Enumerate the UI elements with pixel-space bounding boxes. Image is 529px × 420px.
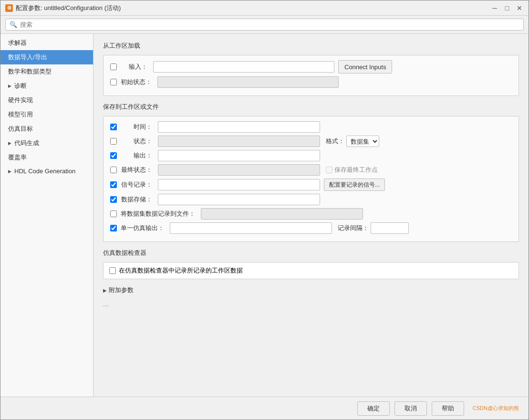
- sidebar-item-diagnostics[interactable]: 诊断: [0, 79, 93, 93]
- initial-state-label: 初始状态：: [121, 78, 154, 86]
- time-checkbox[interactable]: [110, 124, 117, 130]
- sim-inspector-checkbox-label: 在仿真数据检查器中记录所记录的工作区数据: [119, 266, 243, 275]
- sidebar-label-model-ref: 模型引用: [8, 110, 33, 119]
- minimize-button[interactable]: ─: [490, 4, 499, 12]
- sidebar-label-sim-target: 仿真目标: [8, 125, 33, 133]
- save-final-label: 保存最终工作点: [334, 166, 378, 174]
- interval-field[interactable]: [-inf, inf]: [371, 222, 409, 234]
- state-label: 状态：: [121, 137, 154, 146]
- close-button[interactable]: ✕: [515, 4, 524, 12]
- confirm-button[interactable]: 确定: [357, 401, 390, 416]
- window-title: 配置参数: untitled/Configuration (活动): [16, 4, 121, 12]
- search-input[interactable]: [20, 21, 519, 28]
- output-row: 输出： yout: [110, 150, 512, 161]
- time-field[interactable]: tout: [158, 121, 320, 133]
- time-row: 时间： tout: [110, 121, 512, 133]
- titlebar-controls: ─ □ ✕: [490, 4, 524, 12]
- format-label: 格式：: [326, 137, 344, 146]
- sidebar-label-code-gen: 代码生成: [14, 139, 39, 147]
- save-final-checkbox[interactable]: [326, 167, 332, 173]
- signal-log-label: 信号记录：: [121, 180, 154, 189]
- connect-inputs-button[interactable]: Connect Inputs: [338, 60, 392, 74]
- output-label: 输出：: [121, 151, 154, 160]
- sidebar-label-data-import-export: 数据导入/导出: [8, 53, 47, 62]
- sidebar-item-model-ref[interactable]: 模型引用: [0, 107, 93, 122]
- sim-inspector-box: 在仿真数据检查器中记录所记录的工作区数据: [103, 262, 519, 279]
- initial-state-field[interactable]: xInitial: [157, 76, 339, 88]
- sidebar: 求解器 数据导入/导出 数学和数据类型 诊断 硬件实现 模型引用 仿真目标 代码…: [0, 34, 93, 397]
- state-field[interactable]: xout: [158, 136, 320, 147]
- sidebar-item-coverage[interactable]: 覆盖率: [0, 150, 93, 165]
- sidebar-label-hardware: 硬件实现: [8, 96, 33, 105]
- dots-placeholder: ...: [103, 300, 519, 308]
- search-input-wrap: 🔍: [5, 19, 524, 31]
- sidebar-label-hdl-code-gen: HDL Code Generation: [14, 168, 75, 175]
- extra-params[interactable]: ▶ 附加参数: [103, 286, 519, 294]
- data-store-label: 数据存储：: [121, 195, 154, 204]
- state-checkbox[interactable]: [110, 138, 117, 145]
- input-row: 输入： [t, u] Connect Inputs: [110, 60, 512, 74]
- single-sim-field[interactable]: out: [170, 222, 332, 234]
- extra-params-label: 附加参数: [109, 286, 134, 294]
- output-checkbox[interactable]: [110, 152, 117, 159]
- initial-state-row: 初始状态： xInitial: [110, 76, 512, 88]
- signal-log-checkbox[interactable]: [110, 181, 117, 188]
- data-store-checkbox[interactable]: [110, 196, 117, 203]
- sidebar-item-solver[interactable]: 求解器: [0, 36, 93, 50]
- configure-signals-button[interactable]: 配置要记录的信号...: [324, 178, 385, 191]
- input-checkbox[interactable]: [110, 63, 117, 70]
- input-label: 输入：: [121, 63, 149, 71]
- cancel-button[interactable]: 取消: [394, 401, 427, 416]
- log-dataset-checkbox[interactable]: [110, 210, 117, 217]
- log-dataset-field[interactable]: out.mat: [201, 208, 363, 220]
- save-final-wrap: 保存最终工作点: [326, 166, 378, 174]
- input-field[interactable]: [t, u]: [153, 61, 334, 73]
- search-icon: 🔍: [10, 21, 17, 28]
- final-state-field[interactable]: xFinal: [158, 164, 320, 176]
- save-section-title: 保存到工作区或文件: [103, 103, 519, 111]
- sidebar-label-math-data-types: 数学和数据类型: [8, 67, 52, 76]
- state-row: 状态： xout 格式： 数据集: [110, 136, 512, 147]
- single-sim-label: 单一仿真输出：: [121, 224, 166, 232]
- format-select[interactable]: 数据集: [346, 136, 379, 147]
- sim-inspector-checkbox[interactable]: [109, 267, 116, 274]
- signal-log-field[interactable]: logsout: [158, 179, 320, 190]
- initial-state-checkbox[interactable]: [110, 79, 117, 85]
- load-section-title: 从工作区加载: [103, 42, 519, 50]
- sim-inspector-title: 仿真数据检查器: [103, 249, 519, 257]
- sidebar-item-hardware[interactable]: 硬件实现: [0, 93, 93, 107]
- maximize-button[interactable]: □: [503, 4, 511, 12]
- load-section-box: 输入： [t, u] Connect Inputs 初始状态： xInitial: [103, 55, 519, 96]
- sidebar-label-diagnostics: 诊断: [14, 82, 27, 90]
- bottom-bar: 确定 取消 帮助 CSDN虚心求知的熊: [0, 397, 529, 420]
- sidebar-item-data-import-export[interactable]: 数据导入/导出: [0, 50, 93, 64]
- sidebar-item-hdl-code-gen[interactable]: HDL Code Generation: [0, 165, 93, 178]
- final-state-label: 最终状态：: [121, 166, 154, 174]
- save-section-box: 时间： tout 状态： xout 格式： 数据集: [103, 116, 519, 242]
- help-button[interactable]: 帮助: [432, 401, 464, 416]
- extra-params-arrow: ▶: [103, 288, 107, 293]
- log-dataset-row: 将数据集数据记录到文件： out.mat: [110, 208, 512, 220]
- single-sim-row: 单一仿真输出： out 记录间隔： [-inf, inf]: [110, 222, 512, 234]
- single-sim-checkbox[interactable]: [110, 225, 117, 231]
- data-store-field[interactable]: dsmout: [158, 194, 320, 205]
- signal-log-row: 信号记录： logsout 配置要记录的信号...: [110, 178, 512, 191]
- sidebar-label-coverage: 覆盖率: [8, 153, 27, 162]
- output-field[interactable]: yout: [158, 150, 320, 161]
- format-wrap: 格式： 数据集: [326, 136, 379, 147]
- main-content: 求解器 数据导入/导出 数学和数据类型 诊断 硬件实现 模型引用 仿真目标 代码…: [0, 34, 529, 397]
- right-panel: 从工作区加载 输入： [t, u] Connect Inputs 初始状态： x…: [93, 34, 529, 397]
- titlebar: ⚙ 配置参数: untitled/Configuration (活动) ─ □ …: [0, 0, 529, 16]
- main-window: ⚙ 配置参数: untitled/Configuration (活动) ─ □ …: [0, 0, 529, 420]
- sidebar-label-solver: 求解器: [8, 39, 27, 47]
- final-state-checkbox[interactable]: [110, 167, 117, 173]
- interval-wrap: 记录间隔： [-inf, inf]: [338, 222, 409, 234]
- final-state-row: 最终状态： xFinal 保存最终工作点: [110, 164, 512, 176]
- sidebar-item-sim-target[interactable]: 仿真目标: [0, 122, 93, 136]
- log-dataset-label: 将数据集数据记录到文件：: [121, 210, 197, 218]
- sidebar-item-math-data-types[interactable]: 数学和数据类型: [0, 64, 93, 79]
- search-bar: 🔍: [0, 16, 529, 34]
- sidebar-item-code-gen[interactable]: 代码生成: [0, 136, 93, 150]
- help-label: 帮助: [442, 405, 454, 412]
- interval-label: 记录间隔：: [338, 224, 369, 232]
